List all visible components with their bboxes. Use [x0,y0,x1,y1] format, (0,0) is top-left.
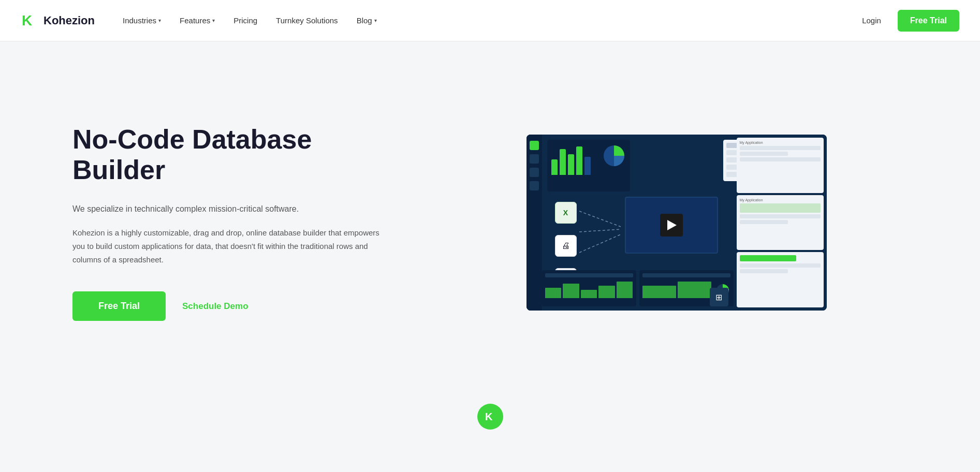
mock-app-panel-3 [737,252,824,307]
mock-sidebar [526,135,542,311]
mock-screen-icon: ⊞ [710,288,728,306]
mock-sidebar-icon [530,154,539,164]
mock-app-panel-1: My Application [737,138,824,193]
nav-free-trial-button[interactable]: Free Trial [898,10,959,32]
chevron-down-icon: ▾ [212,18,215,23]
mock-pivot-table [740,203,821,213]
chevron-down-icon: ▾ [374,18,377,23]
login-button[interactable]: Login [854,12,889,29]
mock-bar [551,159,558,175]
mock-bar [576,146,582,175]
green-indicator: K [477,404,503,430]
mock-bottom-panels [542,270,734,306]
mock-mini-chart [545,279,633,298]
bottom-section: K [0,393,980,435]
mock-sidebar-icon [530,168,539,177]
mock-sidebar-icon [530,141,539,150]
nav-item-turnkey[interactable]: Turnkey Solutions [269,12,345,29]
hero-subtitle: We specialize in technically complex mis… [72,202,383,216]
mock-app-panel-2: My Application [737,195,824,250]
mock-app-title: My Application [740,198,821,202]
mock-dotted-arrows [579,201,626,268]
schedule-demo-link[interactable]: Schedule Demo [182,301,248,312]
hero-free-trial-button[interactable]: Free Trial [72,291,166,321]
mock-sidebar-icon [530,181,539,190]
svg-line-4 [579,229,621,232]
hero-section: No-Code Database Builder We specialize i… [0,41,980,393]
navigation: K Kohezion Industries ▾ Features ▾ Prici… [0,0,980,41]
mock-app-header [740,255,796,261]
mock-chart-panel [547,140,630,191]
mock-bar [584,157,591,175]
mock-bottom-header [545,273,633,277]
mock-bar [568,154,574,175]
mock-bar [560,149,566,175]
mock-video-area[interactable] [625,197,718,254]
k-icon: K [484,410,497,423]
mock-pie-chart [602,144,626,168]
hero-description: Kohezion is a highly customizable, drag … [72,226,383,267]
logo-link[interactable]: K Kohezion [21,11,95,30]
mock-right-panels: My Application My Application [734,135,827,311]
svg-line-3 [579,211,621,227]
nav-item-industries[interactable]: Industries ▾ [115,12,168,29]
nav-right: Login Free Trial [854,10,959,32]
nav-links: Industries ▾ Features ▾ Pricing Turnkey … [115,12,854,29]
nav-item-features[interactable]: Features ▾ [172,12,222,29]
svg-text:K: K [485,411,493,422]
mock-bottom-header [642,273,730,277]
hero-content: No-Code Database Builder We specialize i… [72,124,383,321]
svg-line-5 [579,234,621,253]
play-triangle-icon [667,220,677,230]
play-button[interactable] [660,214,683,237]
nav-item-blog[interactable]: Blog ▾ [349,12,384,29]
mock-excel-icon: X [555,202,577,224]
hero-illustration: X 🖨 📄 [526,135,827,311]
logo-icon: K [21,11,39,30]
hero-title: No-Code Database Builder [72,124,383,186]
mock-app-title: My Application [740,141,821,144]
mock-bottom-panel-1 [542,270,636,306]
hero-actions: Free Trial Schedule Demo [72,291,383,321]
nav-item-pricing[interactable]: Pricing [226,12,265,29]
svg-text:K: K [22,12,32,28]
brand-name: Kohezion [43,14,95,27]
chevron-down-icon: ▾ [158,18,161,23]
mock-print-icon: 🖨 [555,235,577,257]
hero-illustration-container: X 🖨 📄 [425,135,928,311]
